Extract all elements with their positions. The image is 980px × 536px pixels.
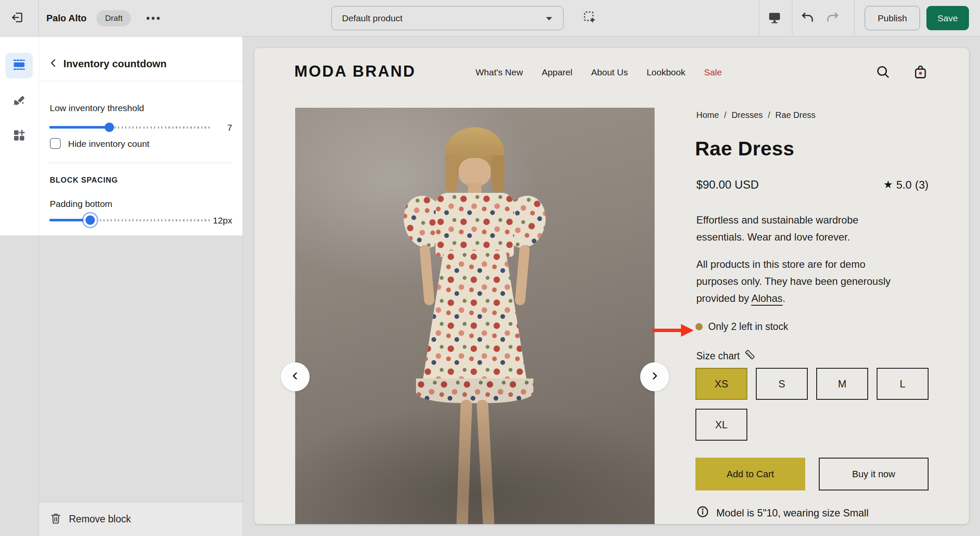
annotation-arrow — [652, 323, 695, 338]
inspect-element-button[interactable] — [579, 8, 601, 29]
carousel-next-button[interactable] — [640, 362, 669, 391]
store-logo[interactable]: MODA BRAND — [294, 63, 416, 80]
size-chart-label: Size chart — [696, 350, 740, 362]
status-badge: Draft — [97, 10, 131, 26]
description-line: provided by Alohas. — [696, 290, 917, 307]
description-text: . — [783, 292, 786, 304]
topbar-divider — [854, 0, 855, 36]
nav-item-lookbook[interactable]: Lookbook — [647, 67, 685, 77]
shopping-bag-icon — [913, 64, 928, 81]
info-icon — [696, 505, 709, 521]
search-button[interactable] — [875, 64, 892, 81]
topbar-divider — [38, 0, 39, 36]
breadcrumb-dresses[interactable]: Dresses — [732, 110, 763, 120]
block-settings-panel: Inventory countdown Low inventory thresh… — [39, 37, 242, 235]
redo-icon — [826, 11, 839, 26]
sidebar-item-apps[interactable] — [6, 123, 33, 149]
size-option-m[interactable]: M — [816, 368, 868, 400]
rating-value: 5.0 — [896, 178, 912, 192]
sidebar-item-theme-settings[interactable] — [6, 89, 33, 115]
description-line: essentials. Wear and love forever. — [696, 229, 917, 246]
theme-name: Palo Alto — [46, 0, 87, 36]
chevron-down-icon — [545, 13, 553, 23]
floor-shadow — [295, 405, 655, 524]
stock-note: Only 2 left in stock — [708, 321, 788, 332]
chevron-left-icon — [48, 57, 59, 70]
padding-bottom-slider[interactable] — [49, 215, 212, 225]
hide-inventory-label: Hide inventory count — [68, 139, 149, 149]
nav-item-apparel[interactable]: Apparel — [541, 67, 572, 77]
breadcrumb-current: Rae Dress — [775, 110, 815, 120]
product-rating[interactable]: ★ 5.0 (3) — [848, 178, 929, 192]
page-selector-value: Default product — [342, 13, 545, 23]
product-description: Effortless and sustainable wardrobe esse… — [696, 212, 917, 246]
sidebar-divider — [242, 37, 243, 536]
inventory-countdown-block: Only 2 left in stock — [695, 321, 788, 332]
size-option-xs[interactable]: XS — [695, 368, 747, 400]
low-inventory-value: 7 — [198, 123, 232, 133]
exit-editor-button[interactable] — [8, 9, 27, 28]
size-option-xl[interactable]: XL — [695, 409, 747, 441]
alohas-link[interactable]: Alohas — [751, 292, 782, 306]
hide-inventory-checkbox[interactable] — [50, 138, 61, 149]
carousel-prev-button[interactable] — [281, 362, 310, 391]
nav-item-sale[interactable]: Sale — [704, 67, 722, 77]
exit-icon — [11, 11, 24, 26]
padding-bottom-label: Padding bottom — [50, 199, 112, 209]
slider-thumb[interactable] — [105, 123, 114, 132]
stock-dot-icon — [695, 323, 703, 330]
desktop-icon — [768, 11, 781, 26]
slider-fill — [49, 219, 90, 221]
trash-icon — [39, 513, 61, 526]
nav-item-whats-new[interactable]: What's New — [476, 67, 523, 77]
block-spacing-heading: BLOCK SPACING — [50, 176, 118, 185]
low-inventory-label: Low inventory threshold — [50, 103, 144, 113]
cart-button[interactable] — [912, 64, 929, 81]
selection-tool-icon — [583, 10, 597, 26]
demo-disclaimer: All products in this store are for demo … — [696, 256, 917, 307]
sections-icon — [12, 58, 26, 73]
publish-button[interactable]: Publish — [865, 6, 920, 30]
size-option-l[interactable]: L — [877, 368, 929, 400]
paintbrush-icon — [12, 95, 26, 110]
nav-item-about-us[interactable]: About Us — [591, 67, 628, 77]
redo-button[interactable] — [823, 9, 842, 28]
more-options-button[interactable] — [143, 9, 163, 27]
save-button[interactable]: Save — [926, 6, 969, 30]
panel-title: Inventory countdown — [63, 58, 167, 70]
size-chart-link[interactable]: Size chart — [696, 349, 756, 363]
breadcrumb-separator: / — [724, 110, 726, 120]
undo-icon — [801, 11, 815, 26]
product-image — [295, 108, 655, 524]
add-to-cart-button[interactable]: Add to Cart — [695, 458, 805, 490]
panel-divider — [39, 81, 242, 81]
low-inventory-slider[interactable] — [49, 122, 212, 132]
chevron-right-icon — [650, 371, 659, 382]
breadcrumb-home[interactable]: Home — [696, 110, 719, 120]
slider-thumb[interactable] — [85, 215, 95, 225]
buy-it-now-button[interactable]: Buy it now — [819, 458, 929, 490]
page-selector-dropdown[interactable]: Default product — [331, 6, 564, 30]
theme-editor-window: Palo Alto Draft Default product — [0, 0, 980, 536]
back-button[interactable] — [45, 55, 62, 72]
chevron-left-icon — [291, 371, 300, 382]
device-preview-button[interactable] — [765, 9, 784, 28]
model-note: Model is 5"10, wearing size Small — [696, 505, 869, 521]
breadcrumb-separator: / — [768, 110, 770, 120]
undo-button[interactable] — [798, 9, 818, 28]
slider-fill — [49, 126, 109, 129]
breadcrumb: Home / Dresses / Rae Dress — [696, 110, 815, 120]
more-icon — [146, 14, 160, 22]
rating-count: (3) — [915, 178, 929, 192]
sidebar-divider — [39, 235, 39, 536]
ruler-icon — [744, 349, 756, 363]
editor-topbar: Palo Alto Draft Default product — [0, 0, 980, 37]
sidebar-item-sections[interactable] — [6, 53, 33, 78]
store-nav: What's New Apparel About Us Lookbook Sal… — [476, 48, 722, 97]
description-line: Effortless and sustainable wardrobe — [696, 212, 917, 229]
remove-block-label: Remove block — [69, 513, 131, 525]
description-line: purposes only. They have been generously — [696, 273, 917, 290]
star-icon: ★ — [883, 178, 893, 192]
remove-block-button[interactable]: Remove block — [39, 502, 242, 536]
size-option-s[interactable]: S — [756, 368, 808, 400]
